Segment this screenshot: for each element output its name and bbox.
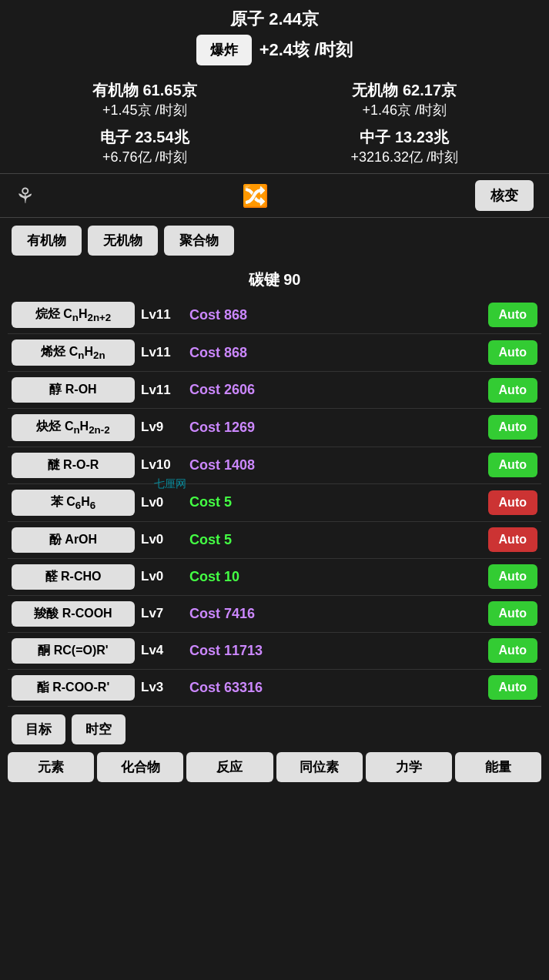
tab-polymer[interactable]: 聚合物 <box>164 226 234 256</box>
shuffle-icon: 🔀 <box>242 183 269 209</box>
auto-button[interactable]: Auto <box>488 378 537 403</box>
table-row: 酯 R-COO-R' Lv3 Cost 63316 Auto <box>8 670 541 707</box>
inorganic-block: 无机物 62.17京 +1.46京 /时刻 <box>276 77 534 122</box>
auto-button[interactable]: Auto <box>488 490 537 515</box>
item-level: Lv0 <box>141 569 183 584</box>
item-level: Lv3 <box>141 680 183 695</box>
item-name: 酯 R-COO-R' <box>12 675 135 701</box>
bottom-nav-1: 目标 时空 <box>0 707 549 748</box>
table-row: 烷烃 CnH2n+2 Lv11 Cost 868 Auto <box>8 296 541 334</box>
item-name: 醛 R-CHO <box>12 564 135 590</box>
header-section: 原子 2.44京 爆炸 +2.4垓 /时刻 <box>0 0 549 73</box>
item-name: 苯 C6H6 <box>12 490 135 516</box>
item-name: 炔烃 CnH2n-2 <box>12 414 135 440</box>
item-level: Lv4 <box>141 643 183 658</box>
table-row: 炔烃 CnH2n-2 Lv9 Cost 1269 Auto <box>8 409 541 447</box>
reaction-button[interactable]: 反应 <box>186 752 273 782</box>
organic-rate: +1.45京 /时刻 <box>15 101 274 119</box>
electron-block: 电子 23.54兆 +6.76亿 /时刻 <box>15 124 274 169</box>
item-name: 烯烃 CnH2n <box>12 339 135 366</box>
inorganic-rate: +1.46京 /时刻 <box>276 101 534 119</box>
item-level: Lv0 <box>141 495 183 510</box>
auto-button[interactable]: Auto <box>488 675 537 700</box>
item-level: Lv11 <box>141 383 183 398</box>
bottom-nav-2: 元素 化合物 反应 同位素 力学 能量 <box>0 748 549 790</box>
isotope-button[interactable]: 同位素 <box>276 752 363 782</box>
auto-button[interactable]: Auto <box>488 415 537 440</box>
item-name: 羧酸 R-COOH <box>12 601 135 627</box>
item-cost: Cost 11713 <box>189 643 482 659</box>
item-cost: Cost 1408 <box>189 457 482 473</box>
spacetime-button[interactable]: 时空 <box>72 714 126 744</box>
item-level: Lv10 <box>141 457 183 473</box>
item-cost: Cost 868 <box>189 307 482 323</box>
atom-rate: +2.4垓 /时刻 <box>259 38 353 62</box>
table-row: 酮 RC(=O)R' Lv4 Cost 11713 Auto <box>8 633 541 670</box>
neutron-rate: +3216.32亿 /时刻 <box>276 148 534 166</box>
item-level: Lv11 <box>141 345 183 360</box>
atom-label: 原子 2.44京 <box>12 8 537 31</box>
neutron-label: 中子 13.23兆 <box>276 127 534 148</box>
item-name: 酚 ArOH <box>12 527 135 553</box>
item-name: 烷烃 CnH2n+2 <box>12 302 135 328</box>
organic-label: 有机物 61.65京 <box>15 80 274 101</box>
item-level: Lv11 <box>141 307 183 323</box>
section-title: 碳键 90 <box>0 263 549 296</box>
explode-button[interactable]: 爆炸 <box>196 35 252 65</box>
auto-button[interactable]: Auto <box>488 601 537 626</box>
compound-button[interactable]: 化合物 <box>97 752 183 782</box>
tab-inorganic[interactable]: 无机物 <box>88 226 158 256</box>
tab-bar: 有机物 无机物 聚合物 <box>0 218 549 263</box>
table-row: 酚 ArOH Lv0 Cost 5 Auto <box>8 522 541 559</box>
auto-button[interactable]: Auto <box>488 340 537 365</box>
item-cost: Cost 63316 <box>189 680 482 696</box>
element-button[interactable]: 元素 <box>8 752 94 782</box>
item-level: Lv9 <box>141 420 183 435</box>
table-row: 醛 R-CHO Lv0 Cost 10 Auto <box>8 559 541 596</box>
electron-rate: +6.76亿 /时刻 <box>15 148 274 166</box>
table-row: 苯 C6H6 Lv0 Cost 5 Auto <box>8 484 541 522</box>
auto-button[interactable]: Auto <box>488 527 537 552</box>
item-level: Lv7 <box>141 606 183 621</box>
auto-button[interactable]: Auto <box>488 303 537 327</box>
neutron-block: 中子 13.23兆 +3216.32亿 /时刻 <box>276 124 534 169</box>
item-name: 醚 R-O-R <box>12 453 135 478</box>
top-stats: 有机物 61.65京 +1.45京 /时刻 无机物 62.17京 +1.46京 … <box>0 73 549 173</box>
item-name: 醇 R-OH <box>12 377 135 403</box>
item-cost: Cost 1269 <box>189 420 482 436</box>
items-list: 烷烃 CnH2n+2 Lv11 Cost 868 Auto 烯烃 CnH2n L… <box>0 296 549 707</box>
goal-button[interactable]: 目标 <box>12 714 65 744</box>
gear-icon: ⚘ <box>15 183 35 209</box>
electron-label: 电子 23.54兆 <box>15 127 274 148</box>
auto-button[interactable]: Auto <box>488 638 537 663</box>
auto-button[interactable]: Auto <box>488 453 537 477</box>
middle-controls: ⚘ 🔀 核变 <box>0 173 549 218</box>
item-cost: Cost 7416 <box>189 606 482 622</box>
energy-button[interactable]: 能量 <box>455 752 541 782</box>
table-row: 烯烃 CnH2n Lv11 Cost 868 Auto <box>8 334 541 372</box>
organic-block: 有机物 61.65京 +1.45京 /时刻 <box>15 77 274 122</box>
auto-button[interactable]: Auto <box>488 564 537 589</box>
item-cost: Cost 2606 <box>189 382 482 398</box>
table-row: 羧酸 R-COOH Lv7 Cost 7416 Auto <box>8 596 541 633</box>
item-cost: Cost 868 <box>189 345 482 361</box>
mechanics-button[interactable]: 力学 <box>366 752 452 782</box>
item-cost: Cost 5 <box>189 494 482 510</box>
table-row: 醚 R-O-R Lv10 Cost 1408 Auto <box>8 447 541 484</box>
table-row: 醇 R-OH Lv11 Cost 2606 Auto <box>8 372 541 409</box>
item-name: 酮 RC(=O)R' <box>12 638 135 664</box>
inorganic-label: 无机物 62.17京 <box>276 80 534 101</box>
item-cost: Cost 5 <box>189 532 482 548</box>
nuclear-button[interactable]: 核变 <box>475 180 534 211</box>
item-level: Lv0 <box>141 532 183 547</box>
item-cost: Cost 10 <box>189 569 482 585</box>
tab-organic[interactable]: 有机物 <box>12 226 82 256</box>
